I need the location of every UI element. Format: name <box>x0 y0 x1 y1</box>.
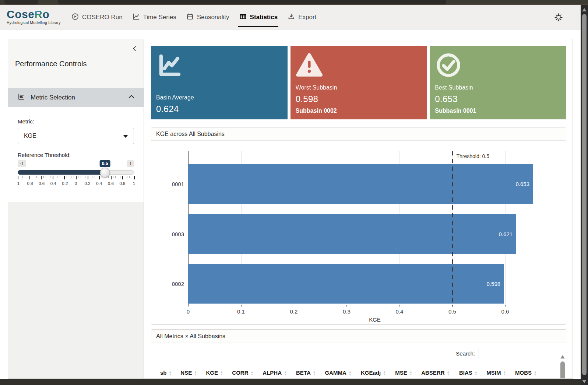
warning-triangle-icon <box>296 52 323 79</box>
slider-value-badge: 0.5 <box>100 160 110 167</box>
slider-tick <box>48 176 48 178</box>
scroll-down-icon[interactable] <box>582 380 587 383</box>
slider-tick <box>132 176 132 178</box>
column-header-kgeadj[interactable]: KGEadj▲▼ <box>356 365 391 379</box>
slider-tick <box>36 176 37 178</box>
sort-arrows-icon: ▲▼ <box>313 371 316 376</box>
sort-arrows-icon: ▲▼ <box>534 371 537 376</box>
bar-value-label: 0.621 <box>483 214 513 254</box>
slider-tick <box>43 176 44 178</box>
column-header-alpha[interactable]: ALPHA▲▼ <box>258 365 292 379</box>
chevron-up-icon <box>127 93 135 102</box>
card-value: 0.624 <box>156 104 282 114</box>
nav-item-time-series[interactable]: Time Series <box>132 5 176 29</box>
basin-average-card: Basin Average 0.624 <box>151 46 288 119</box>
x-axis-tick <box>346 305 347 307</box>
kge-bar-chart: 00.10.20.30.40.50.60.65300010.62100030.5… <box>151 141 566 325</box>
slider-tick <box>46 176 46 178</box>
window-scrollbar-thumb[interactable] <box>582 14 587 375</box>
metric-select-value: KGE <box>24 133 36 139</box>
search-input[interactable] <box>479 348 548 359</box>
column-header-kge[interactable]: KGE▲▼ <box>201 365 228 379</box>
best-subbasin-card: Best Subbasin 0.653 Subbasin 0001 <box>430 46 566 119</box>
slider-tick <box>111 176 112 179</box>
column-header-corr[interactable]: CORR▲▼ <box>228 365 258 379</box>
x-axis-tick-label: 0.6 <box>501 308 509 315</box>
slider-tick <box>97 176 97 178</box>
horizontal-bars-icon <box>17 93 25 102</box>
column-header-nse[interactable]: NSE▲▼ <box>176 365 201 379</box>
app-header: CoseRo Hydrological Modelling Library CO… <box>0 5 588 29</box>
download-icon <box>287 13 295 22</box>
column-header-mse[interactable]: MSE▲▼ <box>391 365 417 379</box>
column-header-abserr[interactable]: ABSERR▲▼ <box>417 365 455 379</box>
slider-tick-label: -1 <box>16 181 20 186</box>
sort-arrows-icon: ▲▼ <box>169 371 172 376</box>
line-chart-icon <box>132 13 140 22</box>
metric-select[interactable]: KGE <box>18 128 134 144</box>
scroll-up-icon[interactable] <box>582 8 587 11</box>
column-header-gamma[interactable]: GAMMA▲▼ <box>320 365 356 379</box>
metrics-table-body: Search: sb▲▼NSE▲▼KGE▲▼CORR▲▼ALPHA▲▼BETA▲… <box>151 348 566 379</box>
threshold-label: Threshold: 0.5 <box>457 153 490 159</box>
sort-arrows-icon: ▲▼ <box>251 371 254 376</box>
threshold-label: Reference Threshold: <box>18 152 134 158</box>
slider-tick <box>83 176 83 178</box>
slider-tick <box>76 176 77 179</box>
card-subtitle: Subbasin 0002 <box>296 108 422 114</box>
slider-tick <box>118 176 118 178</box>
threshold-line <box>452 151 453 305</box>
nav-item-seasonality[interactable]: Seasonality <box>186 5 229 29</box>
slider-tick-labels: -1-0.8-0.6-0.4-0.200.20.40.60.81 <box>18 181 134 186</box>
slider-tick <box>78 176 78 178</box>
window-bottom-edge <box>0 379 581 385</box>
threshold-slider: -1 0.5 1 -1-0.8-0.6-0.4-0.200.20.40.60.8… <box>18 160 134 192</box>
slider-tick <box>106 176 106 178</box>
nav-item-statistics[interactable]: Statistics <box>239 5 278 29</box>
metric-label: Metric: <box>18 118 134 125</box>
nav-item-cosero-run[interactable]: COSERO Run <box>71 5 123 29</box>
theme-toggle-button[interactable] <box>553 12 564 22</box>
metric-selection-accordion-header[interactable]: Metric Selection <box>8 88 144 107</box>
x-axis-tick <box>399 305 400 307</box>
accordion-label: Metric Selection <box>31 94 127 101</box>
nav-item-export[interactable]: Export <box>287 5 316 29</box>
column-header-sb[interactable]: sb▲▼ <box>156 365 176 379</box>
slider-tick-label: 0.6 <box>108 181 114 186</box>
slider-tick <box>60 176 60 178</box>
column-header-msim[interactable]: MSIM▲▼ <box>482 365 511 379</box>
slider-tick <box>104 176 104 178</box>
browser-url-bar[interactable] <box>58 0 446 4</box>
column-label: sb <box>160 370 167 376</box>
column-label: BETA <box>296 370 311 376</box>
nav-label: COSERO Run <box>82 14 123 21</box>
table-scrollbar-thumb[interactable] <box>560 361 565 379</box>
column-header-bias[interactable]: BIAS▲▼ <box>455 365 482 379</box>
card-label: Worst Subbasin <box>296 84 422 91</box>
column-label: KGE <box>206 370 218 376</box>
logo-text: CoseRo <box>7 9 61 20</box>
window-scrollbar[interactable] <box>581 5 588 385</box>
main-content: Basin Average 0.624 Worst Subbasin 0.598… <box>144 39 573 378</box>
app-logo: CoseRo Hydrological Modelling Library <box>7 9 61 25</box>
main-nav: COSERO Run Time Series Seasonality Stati… <box>71 5 316 29</box>
sun-icon <box>553 17 564 24</box>
slider-tick <box>57 176 57 178</box>
scroll-up-icon[interactable] <box>560 355 565 358</box>
table-scrollbar[interactable] <box>560 355 566 379</box>
slider-tick-label: -0.6 <box>37 181 45 186</box>
slider-tick <box>85 176 85 178</box>
slider-tick <box>34 176 34 178</box>
slider-tick <box>53 176 53 179</box>
browser-tab[interactable] <box>4 0 38 4</box>
card-label: Best Subbasin <box>435 84 561 91</box>
bar-value-label: 0.653 <box>500 164 529 204</box>
column-header-beta[interactable]: BETA▲▼ <box>292 365 320 379</box>
slider-max-badge: 1 <box>127 160 134 167</box>
sidebar-collapse-button[interactable] <box>131 45 138 52</box>
slider-tick <box>27 176 27 178</box>
slider-tick <box>62 176 62 178</box>
column-header-mobs[interactable]: MOBS▲▼ <box>511 365 542 379</box>
column-label: BIAS <box>459 370 472 376</box>
slider-tick <box>41 176 42 179</box>
